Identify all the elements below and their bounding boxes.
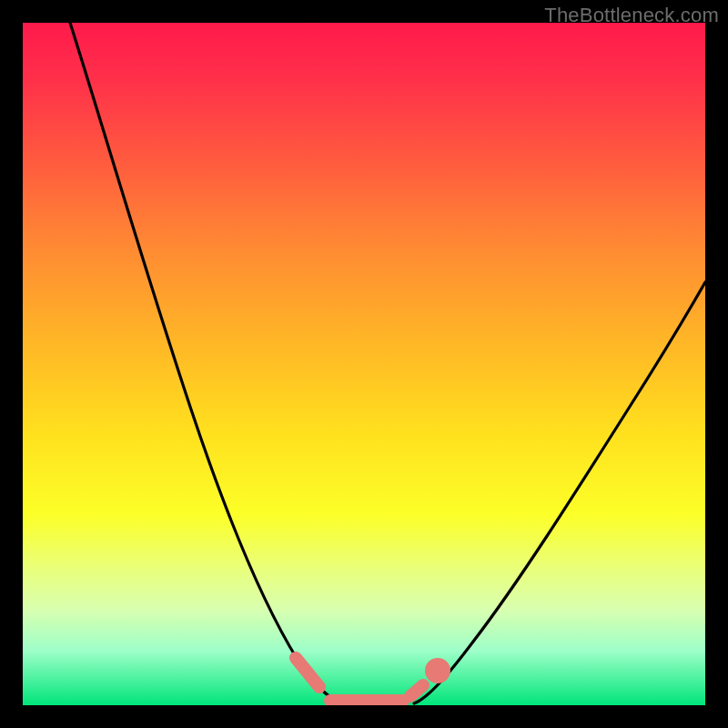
svg-line-0 [296,658,319,687]
watermark-text: TheBottleneck.com [544,4,719,27]
curve-layer [23,23,705,705]
chart-frame: TheBottleneck.com [0,0,728,728]
svg-line-2 [410,685,423,696]
bottleneck-curve-right [414,282,705,703]
svg-point-3 [431,664,444,677]
bottleneck-curve-left [70,23,343,703]
plot-area [23,23,705,705]
optimum-band [296,658,444,701]
